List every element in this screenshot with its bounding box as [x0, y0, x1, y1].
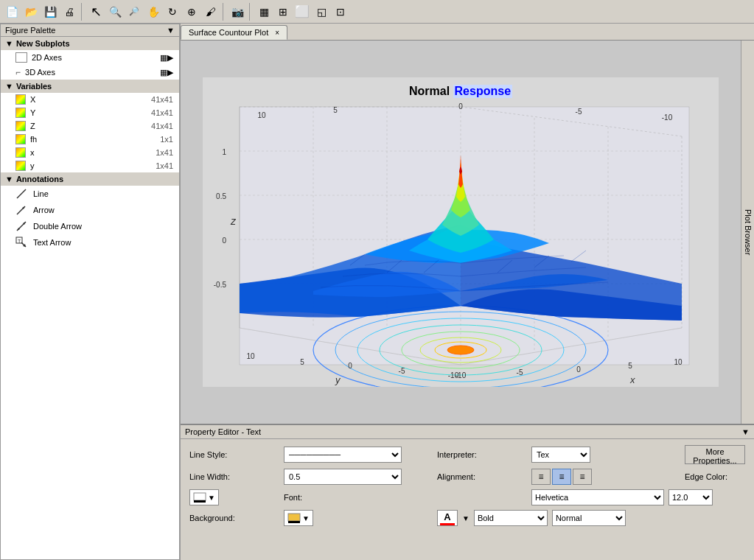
new-file-button[interactable]: 📄: [3, 3, 21, 21]
annotations-section-header[interactable]: ▼ Annotations: [1, 172, 179, 186]
prop-collapse-icon[interactable]: ▼: [741, 427, 750, 436]
edge-color-label: Edge Color:: [685, 472, 745, 481]
interpreter-label: Interpreter:: [437, 450, 526, 459]
sep3: [249, 3, 252, 21]
svg-text:5: 5: [333, 106, 338, 114]
svg-text:5: 5: [300, 358, 304, 366]
save-button[interactable]: 💾: [41, 3, 59, 21]
plot-browser-panel[interactable]: Plot Browser: [741, 41, 754, 424]
subplots-label: New Subplots: [16, 39, 70, 48]
var-y-name: y: [30, 161, 151, 170]
var-Z-icon: [15, 121, 26, 131]
tab-close-button[interactable]: ×: [275, 29, 279, 37]
more-properties-button[interactable]: More Properties...: [685, 445, 745, 464]
property-editor-content: Line Style: ───────── - - - - - · · · · …: [181, 439, 754, 532]
text-weight-select[interactable]: Bold Normal Light: [474, 510, 548, 526]
pointer-button[interactable]: ↖: [87, 3, 105, 21]
rotate-button[interactable]: ↻: [164, 3, 181, 21]
grid-2-button[interactable]: ⊞: [274, 3, 292, 21]
text-arrow-annotation[interactable]: T Text Arrow: [1, 234, 179, 251]
font-select[interactable]: Helvetica Arial Times New Roman Courier: [531, 489, 664, 505]
title-normal-text: Normal: [409, 85, 450, 98]
var-Z[interactable]: Z 41x41: [1, 119, 179, 133]
camera-button[interactable]: 📷: [228, 3, 246, 21]
alignment-label: Alignment:: [437, 472, 526, 481]
text-color-button[interactable]: A: [437, 510, 458, 526]
align-center-button[interactable]: ≡: [552, 469, 571, 485]
zoom-in-button[interactable]: 🔍: [106, 3, 124, 21]
svg-text:-5: -5: [399, 367, 405, 375]
brush-button[interactable]: 🖌: [202, 3, 220, 21]
property-editor: Property Editor - Text ▼ Line Style: ───…: [181, 424, 754, 560]
background-color-button[interactable]: ▼: [284, 510, 313, 526]
subplots-section-header[interactable]: ▼ New Subplots: [1, 37, 179, 50]
align-left-button[interactable]: ≡: [531, 469, 551, 485]
variables-section-header[interactable]: ▼ Variables: [1, 80, 179, 93]
data-cursor-button[interactable]: ⊕: [183, 3, 200, 21]
3d-axes-label: 3D Axes: [25, 68, 55, 77]
zoom-out-button[interactable]: 🔎: [125, 3, 143, 21]
background-control: ▼: [284, 510, 431, 526]
2d-axes-item[interactable]: 2D Axes ▦▶: [1, 50, 179, 65]
var-y[interactable]: y 1x41: [1, 159, 179, 172]
svg-text:-5: -5: [517, 368, 523, 377]
arrow-annotation[interactable]: Arrow: [1, 202, 179, 218]
font-size-select[interactable]: 12.0 8 10 14 16 18 24: [669, 489, 713, 505]
svg-point-34: [447, 346, 474, 354]
grid-1-button[interactable]: ▦: [255, 3, 273, 21]
property-editor-header: Property Editor - Text ▼: [181, 425, 754, 439]
2d-axes-left: 2D Axes: [15, 52, 62, 63]
svg-rect-62: [288, 514, 300, 521]
2d-axes-icon: [15, 52, 27, 63]
var-x[interactable]: x 1x41: [1, 146, 179, 159]
line-width-label: Line Width:: [189, 472, 278, 481]
svg-text:1: 1: [222, 148, 226, 156]
svg-text:0: 0: [222, 237, 226, 245]
var-Y-name: Y: [30, 108, 147, 117]
svg-text:5: 5: [628, 362, 632, 370]
edge-color-dropdown-icon: ▼: [208, 494, 215, 502]
2d-axes-grid-icon: ▦▶: [160, 53, 173, 63]
surface-plot-tab[interactable]: Surface Countour Plot ×: [181, 25, 287, 40]
x-axis-name: x: [629, 374, 635, 385]
line-width-select[interactable]: 0.5 1.0 1.5 2.0: [284, 469, 402, 485]
var-x-icon: [15, 147, 26, 158]
palette-collapse-icon[interactable]: ▼: [167, 26, 175, 35]
svg-text:10: 10: [246, 352, 255, 360]
var-Y[interactable]: Y 41x41: [1, 106, 179, 119]
grid-3-button[interactable]: ⬜: [293, 3, 311, 21]
annotations-label: Annotations: [16, 175, 63, 183]
var-X-size: 41x41: [151, 95, 173, 104]
text-color-dropdown[interactable]: ▼: [462, 514, 469, 522]
text-style-select[interactable]: Normal Italic Oblique: [552, 510, 626, 526]
var-fh[interactable]: fh 1x1: [1, 133, 179, 146]
svg-rect-60: [194, 493, 206, 500]
open-button[interactable]: 📂: [22, 3, 40, 21]
var-X[interactable]: X 41x41: [1, 93, 179, 106]
plot-container: Normal Response: [203, 77, 719, 387]
line-icon: [15, 188, 27, 200]
double-arrow-annotation[interactable]: Double Arrow: [1, 218, 179, 234]
arrow-icon: [15, 204, 27, 216]
undock-button[interactable]: ⊡: [332, 3, 349, 21]
sep1: [81, 3, 84, 21]
3d-axes-item[interactable]: ⌐ 3D Axes ▦▶: [1, 65, 179, 80]
print-button[interactable]: 🖨: [60, 3, 78, 21]
svg-text:0: 0: [348, 362, 352, 370]
double-arrow-icon: [15, 220, 27, 232]
line-annotation[interactable]: Line: [1, 186, 179, 202]
var-fh-name: fh: [30, 135, 156, 144]
text-arrow-label: Text Arrow: [33, 238, 71, 247]
svg-text:-5: -5: [576, 108, 582, 116]
line-style-select[interactable]: ───────── - - - - - · · · · ·: [284, 447, 402, 463]
font-controls: Helvetica Arial Times New Roman Courier …: [531, 489, 745, 505]
interpreter-select[interactable]: Tex LaTeX None: [531, 447, 590, 463]
edge-color-button[interactable]: ▼: [189, 489, 219, 505]
var-Y-size: 41x41: [151, 108, 173, 117]
align-right-button[interactable]: ≡: [573, 469, 592, 485]
dock-button[interactable]: ◱: [313, 3, 330, 21]
figure-palette: Figure Palette ▼ ▼ New Subplots 2D Axes …: [0, 24, 181, 560]
pan-button[interactable]: ✋: [144, 3, 162, 21]
plot-area: Normal Response: [181, 41, 741, 424]
text-color-a: A: [444, 511, 450, 522]
